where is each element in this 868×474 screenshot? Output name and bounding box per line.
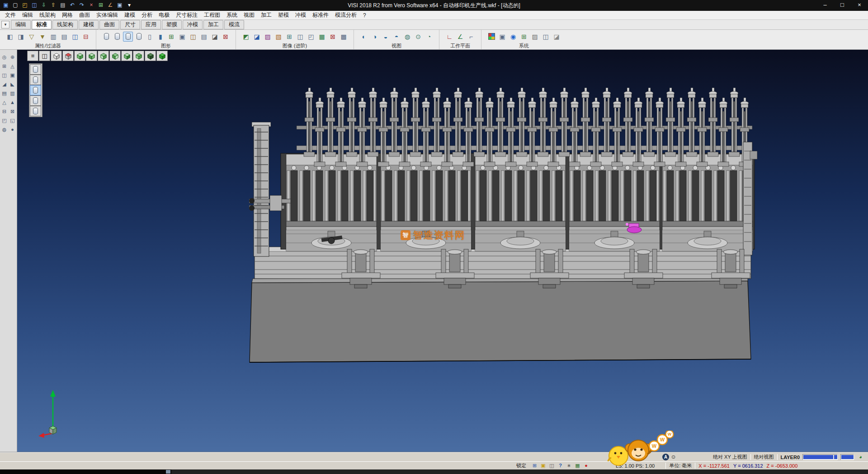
copy-properties-icon[interactable]: ◨ xyxy=(16,32,26,42)
view-bottom-icon[interactable]: ◒ xyxy=(381,32,391,42)
sheet-icon[interactable]: ◪ xyxy=(552,32,561,42)
tab-overflow-button[interactable]: ▾ xyxy=(1,21,9,28)
color-palette-icon[interactable] xyxy=(486,32,496,42)
rotate-tool-icon[interactable]: ◬ xyxy=(9,62,16,70)
cube-iso1-icon[interactable] xyxy=(74,51,85,61)
zoom-tool-icon[interactable]: ◎ xyxy=(1,53,8,61)
solid-icon[interactable]: ▮ xyxy=(156,32,165,42)
window-zoom-icon[interactable]: ▣ xyxy=(9,71,16,79)
previous-view-icon[interactable]: ◣ xyxy=(9,81,16,88)
view-center-icon[interactable]: ⊙ xyxy=(413,32,423,42)
erase-tool-icon[interactable]: ⊟ xyxy=(1,108,8,115)
workplane-xy-icon[interactable]: ∟ xyxy=(444,32,454,42)
layer-filter-icon[interactable]: ▥ xyxy=(48,32,58,42)
cube-solid-green-icon[interactable] xyxy=(156,51,168,61)
menu-surface[interactable]: 曲面 xyxy=(76,10,93,20)
monitor-icon[interactable]: ▣ xyxy=(497,32,507,42)
reset-filter-icon[interactable]: ⊟ xyxy=(81,32,91,42)
menu-drawing[interactable]: 工程图 xyxy=(201,10,223,20)
export-icon[interactable]: ⇧ xyxy=(49,1,57,9)
menu-machining[interactable]: 加工 xyxy=(258,10,275,20)
material-icon[interactable]: ◪ xyxy=(252,32,262,42)
window-system-icon[interactable]: ◫ xyxy=(541,32,551,42)
menu-electrode[interactable]: 电极 xyxy=(156,10,173,20)
lock-toggle[interactable]: 锁定 xyxy=(516,462,526,469)
system-grid-icon[interactable]: ⊞ xyxy=(519,32,529,42)
tab-surface[interactable]: 曲面 xyxy=(99,20,119,29)
dot-tool-icon[interactable]: ● xyxy=(9,126,16,133)
cube-dark-icon[interactable] xyxy=(145,51,156,61)
layer-tool-icon[interactable]: ▤ xyxy=(1,90,8,97)
frame-tool-icon[interactable]: ◱ xyxy=(9,117,16,124)
hatch-icon[interactable]: ▧ xyxy=(274,32,283,42)
clear-graphics-icon[interactable]: ⊠ xyxy=(221,32,231,42)
view-back-icon[interactable]: ◑ xyxy=(370,32,380,42)
cylinder-wireframe-icon[interactable] xyxy=(123,32,133,42)
tab-machining[interactable]: 加工 xyxy=(203,20,223,29)
cube-wire-icon[interactable] xyxy=(51,51,62,61)
layer-indicator[interactable]: LAYER0 xyxy=(781,455,800,460)
open-folder-icon[interactable]: ◰ xyxy=(21,1,29,9)
absolute-view-label[interactable]: 绝对视图 xyxy=(754,454,774,460)
help-icon[interactable]: ? xyxy=(557,462,564,469)
remove-image-icon[interactable]: ⊠ xyxy=(328,32,338,42)
transparent-mode-icon[interactable] xyxy=(30,95,41,106)
list-icon[interactable]: ▤ xyxy=(199,32,209,42)
cube-iso3-icon[interactable] xyxy=(98,51,109,61)
menu-solid-edit[interactable]: 实体编辑 xyxy=(93,10,121,20)
analysis-mode-icon[interactable] xyxy=(30,106,41,116)
cube-iso4-icon[interactable] xyxy=(109,51,121,61)
dynamic-view-icon[interactable]: ◢ xyxy=(1,81,8,88)
import-icon[interactable]: ⇩ xyxy=(40,1,48,9)
tab-dimension[interactable]: 尺寸 xyxy=(120,20,140,29)
cylinder-view-icon[interactable] xyxy=(101,32,111,42)
trim-tool-icon[interactable]: ⊠ xyxy=(9,108,16,115)
print-icon[interactable]: ▤ xyxy=(59,1,67,9)
cube-iso6-icon[interactable] xyxy=(133,51,144,61)
wireframe-mode-icon[interactable] xyxy=(30,75,41,85)
measure-icon[interactable]: ∠ xyxy=(106,1,114,9)
workplane-reset-icon[interactable]: ⌐ xyxy=(466,32,476,42)
cube-iso5-icon[interactable] xyxy=(121,51,132,61)
menu-system[interactable]: 系统 xyxy=(223,10,241,20)
render-icon[interactable]: ◩ xyxy=(241,32,251,42)
qat-dropdown-icon[interactable]: ▾ xyxy=(125,1,133,9)
settings-icon[interactable]: ∗ xyxy=(565,462,573,469)
shadow-icon[interactable]: ◪ xyxy=(210,32,220,42)
menu-help[interactable]: ? xyxy=(360,11,369,19)
save-icon[interactable]: ◫ xyxy=(30,1,38,9)
frame-icon[interactable]: ◰ xyxy=(306,32,316,42)
pan-tool-icon[interactable]: ⊞ xyxy=(1,62,8,70)
hidden-line-mode-icon[interactable] xyxy=(30,85,41,95)
undo-icon[interactable]: ↶ xyxy=(68,1,76,9)
tab-modeling[interactable]: 建模 xyxy=(79,20,99,29)
filter-icon[interactable]: ▽ xyxy=(27,32,37,42)
outline-icon[interactable]: ▯ xyxy=(145,32,155,42)
minimize-button[interactable]: – xyxy=(816,0,834,11)
menu-modeling[interactable]: 建模 xyxy=(121,10,138,20)
menu-wireframe[interactable]: 线架构 xyxy=(36,10,59,20)
view-top-icon[interactable]: ◓ xyxy=(392,32,401,42)
texture-icon[interactable]: ▨ xyxy=(263,32,273,42)
corner-tool-icon[interactable]: ◰ xyxy=(1,117,8,124)
tab-standard[interactable]: 标准 xyxy=(32,20,52,29)
tab-wireframe[interactable]: 线架构 xyxy=(52,20,78,29)
grid-display-icon[interactable]: ⊞ xyxy=(166,32,176,42)
pattern-icon[interactable]: ▩ xyxy=(339,32,349,42)
type-filter-icon[interactable]: ▤ xyxy=(59,32,69,42)
menu-mesh[interactable]: 网格 xyxy=(59,10,76,20)
tab-flow[interactable]: 模流 xyxy=(224,20,244,29)
new-file-icon[interactable]: ▢ xyxy=(11,1,19,9)
view-front-icon[interactable]: ◐ xyxy=(359,32,369,42)
record-icon[interactable]: ● xyxy=(582,462,590,469)
tab-application[interactable]: 应用 xyxy=(141,20,161,29)
cube-red-icon[interactable] xyxy=(62,51,74,61)
restore-button[interactable]: □ xyxy=(834,0,851,11)
view-menu-icon[interactable]: ≡ xyxy=(27,51,38,61)
view-rotate-icon[interactable]: ◔ xyxy=(424,32,434,42)
color-filter-icon[interactable]: ◫ xyxy=(70,32,80,42)
bounding-box-icon[interactable]: ▣ xyxy=(177,32,187,42)
delete-icon[interactable]: × xyxy=(87,1,95,9)
menu-file[interactable]: 文件 xyxy=(2,10,19,20)
tab-stamping[interactable]: 冲模 xyxy=(183,20,203,29)
